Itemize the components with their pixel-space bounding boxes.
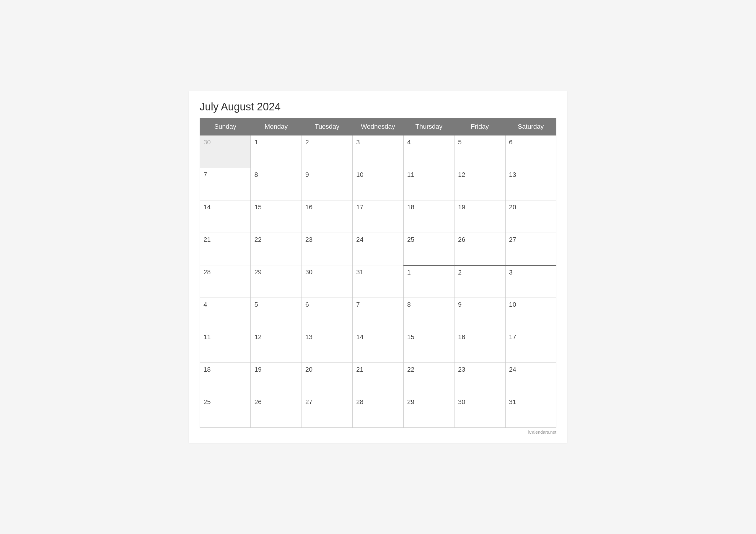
day-cell[interactable]: 18 (403, 200, 454, 233)
day-cell[interactable]: 5 (454, 136, 505, 168)
day-cell[interactable]: 20 (302, 363, 352, 395)
week-row-7: 18192021222324 (200, 363, 556, 395)
day-cell[interactable]: 29 (251, 265, 302, 298)
day-cell[interactable]: 4 (200, 298, 251, 330)
day-cell[interactable]: 20 (505, 200, 556, 233)
day-cell[interactable]: 24 (353, 233, 403, 265)
day-cell[interactable]: 19 (251, 363, 302, 395)
day-cell[interactable]: 2 (302, 136, 352, 168)
day-cell[interactable]: 5 (251, 298, 302, 330)
week-row-0: 30123456 (200, 136, 556, 168)
week-row-2: 14151617181920 (200, 200, 556, 233)
day-cell[interactable]: 12 (454, 168, 505, 200)
day-cell[interactable]: 6 (302, 298, 352, 330)
day-cell[interactable]: 11 (200, 330, 251, 363)
day-cell[interactable]: 3 (353, 136, 403, 168)
day-cell[interactable]: 7 (353, 298, 403, 330)
header-thursday: Thursday (403, 118, 454, 136)
watermark: iCalendars.net (200, 430, 556, 435)
day-cell[interactable]: 14 (353, 330, 403, 363)
day-cell[interactable]: 30 (302, 265, 352, 298)
day-cell[interactable]: 17 (505, 330, 556, 363)
day-cell[interactable]: 10 (505, 298, 556, 330)
day-cell[interactable]: 2 (454, 265, 505, 298)
day-cell[interactable]: 27 (505, 233, 556, 265)
week-row-6: 11121314151617 (200, 330, 556, 363)
day-cell[interactable]: 8 (403, 298, 454, 330)
header-saturday: Saturday (505, 118, 556, 136)
day-cell[interactable]: 15 (251, 200, 302, 233)
day-cell[interactable]: 21 (200, 233, 251, 265)
day-cell[interactable]: 26 (251, 395, 302, 428)
day-cell[interactable]: 12 (251, 330, 302, 363)
calendar-table: SundayMondayTuesdayWednesdayThursdayFrid… (200, 118, 556, 428)
day-cell[interactable]: 13 (302, 330, 352, 363)
day-cell[interactable]: 22 (403, 363, 454, 395)
day-cell[interactable]: 31 (353, 265, 403, 298)
day-cell[interactable]: 19 (454, 200, 505, 233)
day-cell[interactable]: 18 (200, 363, 251, 395)
day-cell[interactable]: 27 (302, 395, 352, 428)
day-cell[interactable]: 16 (302, 200, 352, 233)
day-cell[interactable]: 1 (251, 136, 302, 168)
day-cell[interactable]: 24 (505, 363, 556, 395)
week-row-3: 21222324252627 (200, 233, 556, 265)
header-tuesday: Tuesday (302, 118, 352, 136)
day-cell[interactable]: 30 (454, 395, 505, 428)
header-sunday: Sunday (200, 118, 251, 136)
day-cell[interactable]: 7 (200, 168, 251, 200)
day-cell[interactable]: 6 (505, 136, 556, 168)
day-cell[interactable]: 1 (403, 265, 454, 298)
day-cell[interactable]: 8 (251, 168, 302, 200)
day-cell[interactable]: 31 (505, 395, 556, 428)
day-cell[interactable]: 23 (302, 233, 352, 265)
day-cell[interactable]: 10 (353, 168, 403, 200)
week-row-4: 28293031123 (200, 265, 556, 298)
day-cell[interactable]: 14 (200, 200, 251, 233)
header-row: SundayMondayTuesdayWednesdayThursdayFrid… (200, 118, 556, 136)
day-cell[interactable]: 28 (353, 395, 403, 428)
header-wednesday: Wednesday (353, 118, 403, 136)
day-cell[interactable]: 25 (200, 395, 251, 428)
day-cell[interactable]: 22 (251, 233, 302, 265)
day-cell[interactable]: 26 (454, 233, 505, 265)
day-cell[interactable]: 4 (403, 136, 454, 168)
header-monday: Monday (251, 118, 302, 136)
week-row-1: 78910111213 (200, 168, 556, 200)
calendar-body: 3012345678910111213141516171819202122232… (200, 136, 556, 428)
day-cell[interactable]: 15 (403, 330, 454, 363)
calendar-container: July August 2024 SundayMondayTuesdayWedn… (189, 91, 567, 443)
day-cell[interactable]: 25 (403, 233, 454, 265)
day-cell[interactable]: 13 (505, 168, 556, 200)
day-cell[interactable]: 28 (200, 265, 251, 298)
day-cell[interactable]: 9 (302, 168, 352, 200)
day-cell[interactable]: 9 (454, 298, 505, 330)
day-cell[interactable]: 3 (505, 265, 556, 298)
day-cell[interactable]: 11 (403, 168, 454, 200)
calendar-title: July August 2024 (200, 101, 556, 113)
week-row-8: 25262728293031 (200, 395, 556, 428)
calendar-header: SundayMondayTuesdayWednesdayThursdayFrid… (200, 118, 556, 136)
day-cell[interactable]: 23 (454, 363, 505, 395)
day-cell[interactable]: 29 (403, 395, 454, 428)
day-cell[interactable]: 17 (353, 200, 403, 233)
week-row-5: 45678910 (200, 298, 556, 330)
day-cell[interactable]: 21 (353, 363, 403, 395)
day-cell[interactable]: 16 (454, 330, 505, 363)
day-cell[interactable]: 30 (200, 136, 251, 168)
header-friday: Friday (454, 118, 505, 136)
